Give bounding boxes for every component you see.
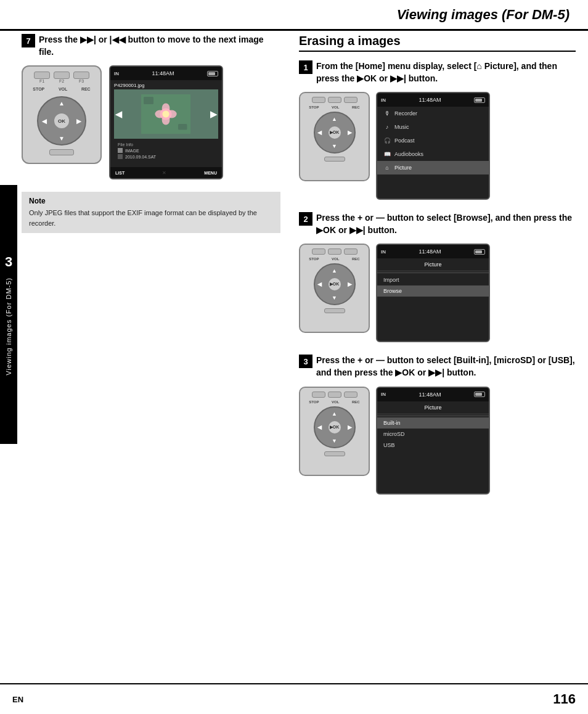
small-ok-3[interactable]: ▶OK bbox=[327, 420, 342, 435]
f2-button[interactable] bbox=[54, 72, 70, 79]
step7-devices: F1 F2 F3 STOP VOL R bbox=[22, 65, 280, 179]
small-top-btns-3 bbox=[312, 392, 357, 398]
nav-right[interactable]: ▶ bbox=[210, 109, 217, 119]
menu-screen-1: IN 11:48AM 🎙 Recorder ♪ Music bbox=[376, 92, 490, 200]
list-btn[interactable]: LIST bbox=[115, 171, 125, 175]
s-dpad-up-2[interactable]: ▲ bbox=[332, 268, 337, 274]
import-item: Import bbox=[377, 274, 489, 285]
battery-icon-7 bbox=[207, 71, 218, 76]
picture-screen-header-2: IN 11:48AM bbox=[377, 245, 489, 258]
podcast-icon: 🎧 bbox=[383, 137, 391, 144]
flower-image bbox=[119, 94, 213, 134]
picture-icon: ⌂ bbox=[383, 164, 391, 171]
step7-text: Press the ▶▶| or |◀◀ button to move to t… bbox=[39, 34, 280, 58]
s-rec-2: REC bbox=[352, 257, 360, 261]
svg-rect-7 bbox=[144, 97, 154, 104]
s-dpad-up-3[interactable]: ▲ bbox=[332, 411, 337, 417]
sf2-btn-3[interactable] bbox=[328, 392, 341, 398]
small-device-bottom-3[interactable] bbox=[324, 451, 345, 456]
top-buttons: F1 F2 F3 bbox=[34, 72, 89, 83]
device-body-7: F1 F2 F3 STOP VOL R bbox=[22, 65, 102, 164]
sf1-btn-3[interactable] bbox=[312, 392, 325, 398]
step2-header: 2 Press the + or — button to select [Bro… bbox=[299, 212, 576, 236]
s-dpad-up[interactable]: ▲ bbox=[332, 116, 337, 122]
s-dpad-right-2[interactable]: ▶ bbox=[348, 281, 352, 287]
s-dpad-left-2[interactable]: ◀ bbox=[317, 281, 322, 287]
dpad-down-arrow[interactable]: ▼ bbox=[59, 135, 65, 142]
menu-item-podcast: 🎧 Podcast bbox=[377, 134, 489, 147]
small-dpad-3[interactable]: ◀ ▶ ▲ ▼ ▶OK bbox=[314, 406, 356, 448]
microsd-item: microSD bbox=[377, 429, 489, 440]
small-device-2: STOP VOL REC ◀ ▶ ▲ ▼ ▶OK bbox=[299, 244, 370, 333]
nav-left[interactable]: ◀ bbox=[115, 109, 122, 119]
step7-header: 7 Press the ▶▶| or |◀◀ button to move to… bbox=[22, 34, 280, 58]
step1-devices: STOP VOL REC ◀ ▶ ▲ ▼ ▶OK bbox=[299, 92, 576, 200]
s-dpad-left-3[interactable]: ◀ bbox=[317, 424, 322, 430]
note-box: Note Only JPEG files that support the EX… bbox=[22, 192, 280, 233]
date-icon bbox=[118, 154, 123, 159]
small-device-bottom-1[interactable] bbox=[324, 157, 345, 162]
music-label: Music bbox=[394, 124, 409, 130]
sf1-btn-2[interactable] bbox=[312, 248, 325, 255]
dpad-right-arrow[interactable]: ▶ bbox=[76, 118, 81, 125]
sf1-btn[interactable] bbox=[312, 97, 325, 103]
page-number: 116 bbox=[553, 691, 576, 707]
s-dpad-left[interactable]: ◀ bbox=[317, 129, 322, 136]
s-dpad-down-2[interactable]: ▼ bbox=[332, 295, 337, 301]
menu-battery bbox=[474, 97, 485, 103]
sf2-btn[interactable] bbox=[328, 97, 341, 103]
s-dpad-right[interactable]: ▶ bbox=[348, 129, 352, 136]
screen-in-7: IN bbox=[114, 71, 119, 76]
small-dpad-2[interactable]: ◀ ▶ ▲ ▼ ▶OK bbox=[314, 263, 356, 305]
dpad-up-arrow[interactable]: ▲ bbox=[59, 100, 65, 107]
sf2-btn-2[interactable] bbox=[328, 248, 341, 255]
dpad-ok[interactable]: OK bbox=[53, 112, 70, 129]
pic-battery-3 bbox=[474, 392, 485, 397]
sf3-btn-2[interactable] bbox=[344, 248, 357, 255]
menu-btn[interactable]: MENU bbox=[204, 171, 217, 175]
small-device-bottom-2[interactable] bbox=[324, 308, 345, 313]
sf3-btn[interactable] bbox=[344, 97, 357, 103]
right-column: Erasing a images 1 From the [Home] menu … bbox=[299, 34, 576, 507]
sidebar-number: 3 bbox=[5, 254, 12, 270]
f1-button[interactable] bbox=[34, 72, 50, 79]
step-3: 3 Press the + or — button to select [Bui… bbox=[299, 355, 576, 494]
divider-3 bbox=[377, 416, 489, 416]
pic-time-3: 11:48AM bbox=[419, 392, 441, 398]
dpad-outer[interactable]: ◀ ▶ ▲ ▼ OK bbox=[37, 96, 86, 146]
f3-label: F3 bbox=[73, 79, 89, 83]
small-ok-2[interactable]: ▶OK bbox=[327, 277, 342, 292]
svg-point-6 bbox=[163, 111, 169, 118]
menu-item-music: ♪ Music bbox=[377, 120, 489, 134]
step3-badge: 3 bbox=[299, 355, 312, 368]
step3-devices: STOP VOL REC ◀ ▶ ▲ ▼ ▶OK bbox=[299, 387, 576, 494]
type-row: IMAGE bbox=[118, 148, 214, 153]
audiobooks-icon: 📖 bbox=[383, 150, 391, 158]
step-2: 2 Press the + or — button to select [Bro… bbox=[299, 212, 576, 342]
step2-text: Press the + or — button to select [Brows… bbox=[316, 212, 576, 236]
vol-label: VOL bbox=[59, 87, 67, 91]
s-dpad-right-3[interactable]: ▶ bbox=[348, 424, 352, 430]
screen-body-7: P4290001.jpg ◀ bbox=[110, 80, 222, 164]
s-dpad-down[interactable]: ▼ bbox=[332, 143, 337, 149]
pic-in-2: IN bbox=[381, 249, 386, 255]
small-ok-1[interactable]: ▶OK bbox=[327, 125, 342, 140]
f3-button[interactable] bbox=[73, 72, 89, 79]
type-icon bbox=[118, 148, 123, 153]
menu-in: IN bbox=[381, 97, 386, 103]
dpad[interactable]: ◀ ▶ ▲ ▼ OK bbox=[37, 96, 86, 146]
svg-rect-8 bbox=[179, 124, 187, 130]
f2-label: F2 bbox=[54, 79, 70, 83]
s-dpad-down-3[interactable]: ▼ bbox=[332, 438, 337, 444]
recorder-label: Recorder bbox=[394, 110, 417, 117]
step-7: 7 Press the ▶▶| or |◀◀ button to move to… bbox=[22, 34, 280, 179]
dpad-left-arrow[interactable]: ◀ bbox=[42, 118, 47, 125]
audiobooks-label: Audiobooks bbox=[394, 151, 423, 157]
small-device-1: STOP VOL REC ◀ ▶ ▲ ▼ ▶OK bbox=[299, 92, 370, 181]
menu-item-recorder: 🎙 Recorder bbox=[377, 107, 489, 120]
step-1: 1 From the [Home] menu display, select [… bbox=[299, 60, 576, 200]
small-dpad-1[interactable]: ◀ ▶ ▲ ▼ ▶OK bbox=[314, 112, 356, 154]
sf3-btn-3[interactable] bbox=[344, 392, 357, 398]
picture-screen-2: IN 11:48AM Picture Import Browse bbox=[376, 244, 490, 342]
device-bottom-btn[interactable] bbox=[49, 149, 74, 155]
